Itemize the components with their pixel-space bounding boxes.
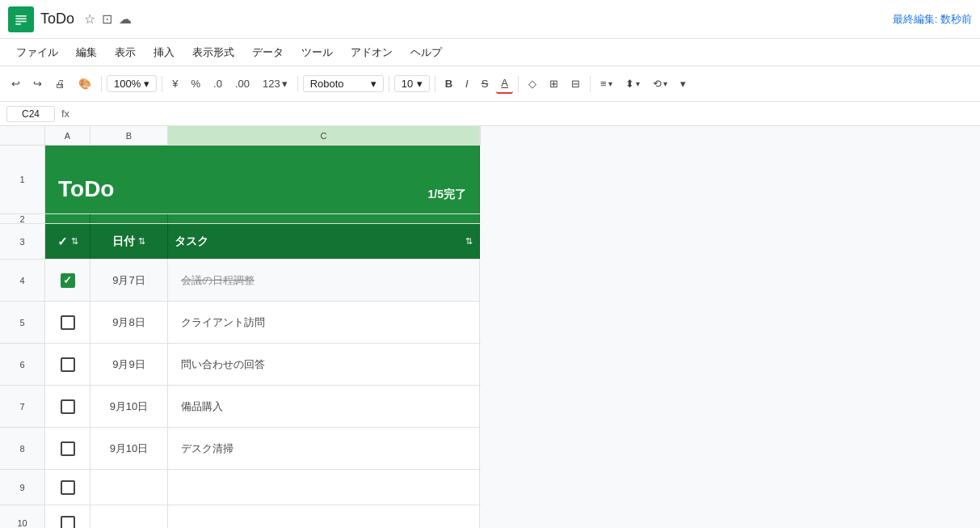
col-header-b[interactable]: B [90,126,168,145]
col-header-c[interactable]: C [168,126,480,145]
cell-2b[interactable] [90,214,168,223]
currency-button[interactable]: ¥ [167,74,183,93]
menu-insert[interactable]: 挿入 [145,42,183,63]
checkbox-6[interactable] [61,357,75,372]
decimal2-button[interactable]: .00 [230,74,254,93]
cell-4a[interactable]: ✓ [45,260,90,301]
menu-addons[interactable]: アドオン [343,42,401,63]
fill-color-button[interactable]: ◇ [524,74,541,93]
cell-8b[interactable]: 9月10日 [90,428,168,469]
zoom-selector[interactable]: 100% ▾ [107,75,157,92]
move-icon[interactable]: ⊡ [102,11,112,27]
svg-rect-4 [15,23,21,25]
bold-button[interactable]: B [440,74,457,93]
cell-6b[interactable]: 9月9日 [90,344,168,385]
merge-cells-button[interactable]: ⊟ [566,74,585,93]
cell-10a[interactable] [45,505,90,528]
row-num-4[interactable]: 4 [0,260,45,301]
cell-6c[interactable]: 問い合わせの回答 [168,344,480,385]
cell-7b[interactable]: 9月10日 [90,386,168,427]
row-7: 7 9月10日 備品購入 [0,386,481,428]
paint-format-button[interactable]: 🎨 [74,74,96,93]
row-num-2[interactable]: 2 [0,214,45,223]
cell-8c[interactable]: デスク清掃 [168,428,480,469]
todo-header-cell[interactable]: ToDo 1/5完了 [45,146,480,213]
cell-7a[interactable] [45,386,90,427]
cell-10b[interactable] [90,505,168,528]
font-size-value: 10 [402,78,413,90]
star-icon[interactable]: ☆ [84,11,95,27]
divider-5 [435,76,435,92]
cell-4c[interactable]: 会議の日程調整 [168,260,480,301]
checkbox-4[interactable]: ✓ [61,273,75,288]
col-header-a[interactable]: A [45,126,90,145]
divider-6 [518,76,519,92]
row-num-1[interactable]: 1 [0,146,45,213]
underline-button[interactable]: A [496,74,513,94]
cell-3a[interactable]: ✓ ⇅ [45,224,90,259]
cell-5b[interactable]: 9月8日 [90,302,168,343]
more-options-button[interactable]: ▾ [675,74,691,93]
row-num-5[interactable]: 5 [0,302,45,343]
cell-10c[interactable] [168,505,480,528]
cell-9c[interactable] [168,470,480,505]
menu-edit[interactable]: 編集 [68,42,105,63]
font-selector[interactable]: Roboto ▾ [303,75,384,92]
decimal1-button[interactable]: .0 [208,74,227,93]
cell-9a[interactable] [45,470,90,505]
menu-help[interactable]: ヘルプ [402,42,450,63]
cell-6a[interactable] [45,344,90,385]
sort-icon-task[interactable]: ⇅ [465,236,473,247]
menu-view[interactable]: 表示 [107,42,144,63]
task-date-8: 9月10日 [110,441,149,456]
menu-data[interactable]: データ [244,42,292,63]
col-check-label: ✓ [57,234,68,249]
checkbox-8[interactable] [61,441,75,456]
cell-5a[interactable] [45,302,90,343]
sort-icon-check[interactable]: ⇅ [71,236,78,247]
menu-tools[interactable]: ツール [293,42,341,63]
row-num-6[interactable]: 6 [0,344,45,385]
formula-input[interactable] [76,108,974,120]
sort-icon-date[interactable]: ⇅ [138,236,145,247]
divider-2 [162,76,162,92]
cell-3b[interactable]: 日付 ⇅ [90,224,168,259]
percent-button[interactable]: % [186,74,205,93]
borders-button[interactable]: ⊞ [545,74,563,93]
cell-3c[interactable]: タスク ⇅ [168,224,480,259]
cell-5c[interactable]: クライアント訪問 [168,302,480,343]
halign-button[interactable]: ≡▾ [595,74,617,93]
font-size-selector[interactable]: 10 ▾ [394,75,430,92]
valign-button[interactable]: ⬍▾ [620,74,645,93]
cell-reference[interactable]: C24 [6,106,55,122]
row-num-9[interactable]: 9 [0,470,45,505]
doc-title[interactable]: ToDo [40,11,74,27]
checkbox-10[interactable] [61,516,75,529]
row-num-3[interactable]: 3 [0,224,45,259]
last-edited[interactable]: 最終編集: 数秒前 [893,12,972,27]
row-num-7[interactable]: 7 [0,386,45,427]
strikethrough-button[interactable]: S [477,74,494,93]
row-4: 4 ✓ 9月7日 会議の日程調整 [0,260,481,302]
row-num-8[interactable]: 8 [0,428,45,469]
svg-rect-3 [15,20,26,22]
cell-2c[interactable] [168,214,480,223]
checkbox-7[interactable] [61,399,75,414]
undo-button[interactable]: ↩ [6,74,25,93]
cell-4b[interactable]: 9月7日 [90,260,168,301]
cell-9b[interactable] [90,470,168,505]
cell-2a[interactable] [45,214,90,223]
text-rotation-button[interactable]: ⟲▾ [648,74,672,93]
italic-button[interactable]: I [461,74,473,93]
redo-button[interactable]: ↪ [28,74,47,93]
print-button[interactable]: 🖨 [50,74,70,93]
cell-8a[interactable] [45,428,90,469]
cell-7c[interactable]: 備品購入 [168,386,480,427]
menu-file[interactable]: ファイル [8,42,66,63]
menu-format[interactable]: 表示形式 [184,42,242,63]
checkbox-9[interactable] [61,480,75,495]
row-num-10[interactable]: 10 [0,505,45,528]
number-format-button[interactable]: 123▾ [258,74,292,93]
row-6: 6 9月9日 問い合わせの回答 [0,344,481,386]
checkbox-5[interactable] [61,315,75,330]
